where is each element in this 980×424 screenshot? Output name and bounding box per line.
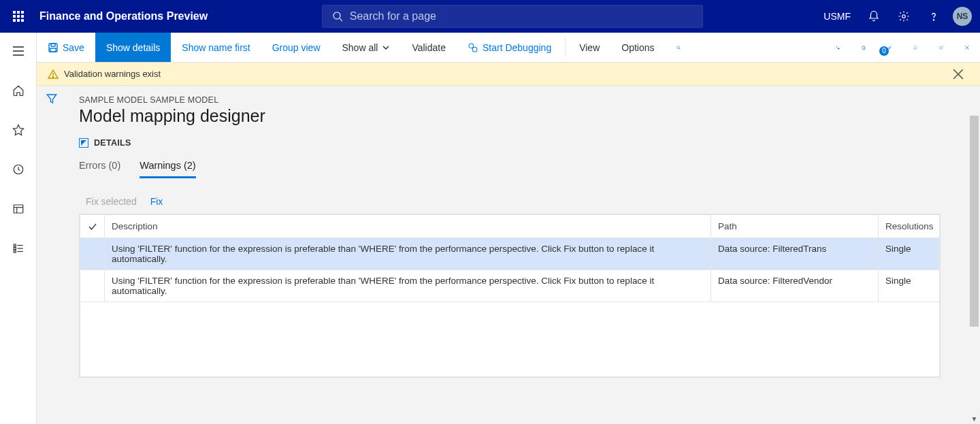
tab-warnings[interactable]: Warnings (2) [140,160,195,178]
find-button[interactable] [666,33,691,62]
svg-point-2 [902,15,906,18]
cell-path: Data source: FilteredVendor [711,270,879,302]
brand-title: Finance and Operations Preview [37,10,208,22]
svg-rect-12 [14,248,16,250]
close-icon [965,43,969,52]
tab-errors[interactable]: Errors (0) [79,160,120,178]
notifications-button[interactable] [860,0,887,33]
help-button[interactable] [920,0,947,33]
scrollbar-down-arrow[interactable]: ▼ [968,413,980,424]
close-icon [953,69,964,80]
cell-resolutions: Single [879,238,940,270]
page-scrollbar[interactable]: ▼ [968,116,980,424]
show-details-button[interactable]: Show details [95,33,171,62]
settings-button[interactable] [890,0,917,33]
funnel-icon [46,93,58,105]
nav-recent-button[interactable] [0,159,37,180]
cell-description: Using 'FILTER' function for the expressi… [105,238,711,270]
filter-pane-button[interactable] [46,93,58,424]
refresh-button[interactable] [902,42,928,53]
details-section-toggle[interactable] [79,138,88,148]
search-placeholder: Search for a page [350,10,436,22]
sparkle-icon [836,42,840,53]
options-menu[interactable]: Options [610,33,665,62]
cell-resolutions: Single [879,270,940,302]
svg-point-21 [472,47,477,52]
warning-bar-close-button[interactable] [953,69,969,80]
svg-line-1 [340,18,342,21]
svg-rect-19 [50,48,56,52]
show-name-first-button[interactable]: Show name first [171,33,261,62]
grid-row-selector[interactable] [80,270,105,302]
debug-settings-icon [468,42,478,53]
group-view-button[interactable]: Group view [261,33,331,62]
gear-icon [898,10,910,22]
popout-icon [939,42,943,53]
close-page-button[interactable] [954,43,980,52]
scrollbar-thumb[interactable] [970,116,979,327]
search-icon [676,42,681,53]
breadcrumb: SAMPLE MODEL SAMPLE MODEL [79,95,968,105]
nav-workspaces-button[interactable] [0,199,37,219]
svg-point-0 [333,12,340,19]
grid-row[interactable]: Using 'FILTER' function for the expressi… [80,238,940,270]
view-menu[interactable]: View [568,33,610,62]
clock-icon [12,163,24,176]
user-avatar[interactable]: NS [953,7,972,26]
start-debugging-button[interactable]: Start Debugging [457,33,562,62]
popout-button[interactable] [928,42,954,53]
hamburger-icon [12,46,24,56]
validate-button[interactable]: Validate [401,33,457,62]
refresh-icon [913,42,917,53]
column-header-resolutions[interactable]: Resolutions [879,215,940,238]
personalize-button[interactable] [825,42,851,53]
question-icon [928,10,940,22]
validation-warning-text: Validation warnings exist [64,69,161,79]
column-header-path[interactable]: Path [711,215,879,238]
page-title: Model mapping designer [79,106,968,126]
svg-rect-24 [862,46,864,49]
warning-icon [48,69,59,80]
show-all-dropdown[interactable]: Show all [331,33,402,62]
grid-row-selector[interactable] [80,238,105,270]
svg-rect-11 [14,244,16,246]
validation-warning-bar: Validation warnings exist [37,63,980,86]
home-icon [12,84,24,97]
cell-path: Data source: FilteredTrans [711,238,879,270]
search-icon [332,11,343,22]
grid-row[interactable]: Using 'FILTER' function for the expressi… [80,270,940,302]
svg-rect-18 [51,44,55,46]
save-button[interactable]: Save [37,33,95,62]
fix-selected-button: Fix selected [86,196,137,207]
svg-rect-13 [14,250,16,252]
attachments-button[interactable]: 0 [877,42,902,53]
modules-icon [12,242,24,255]
svg-line-23 [679,48,681,50]
details-section-label: DETAILS [94,138,131,148]
nav-favorites-button[interactable] [0,120,37,140]
bell-icon [868,10,880,22]
svg-point-20 [469,44,474,48]
page-icon [862,42,866,53]
warnings-grid: Description Path Resolutions Using 'FILT… [79,214,941,378]
cell-description: Using 'FILTER' function for the expressi… [105,270,711,302]
star-icon [12,124,24,136]
grid-select-all[interactable] [80,215,105,238]
global-search-input[interactable]: Search for a page [322,5,703,28]
save-icon [48,42,59,53]
app-launcher-button[interactable] [0,11,37,22]
page-options-button[interactable] [851,42,877,53]
attachments-badge: 0 [879,46,889,56]
svg-point-28 [52,76,53,77]
nav-expand-button[interactable] [0,41,37,61]
fix-button[interactable]: Fix [150,196,163,207]
waffle-icon [13,11,24,22]
company-picker[interactable]: USMF [817,11,858,22]
nav-modules-button[interactable] [0,238,37,259]
column-header-description[interactable]: Description [105,215,711,238]
svg-rect-8 [14,205,23,213]
workspace-icon [12,203,24,215]
nav-home-button[interactable] [0,80,37,101]
svg-point-22 [676,46,679,48]
checkmark-icon [87,221,98,232]
